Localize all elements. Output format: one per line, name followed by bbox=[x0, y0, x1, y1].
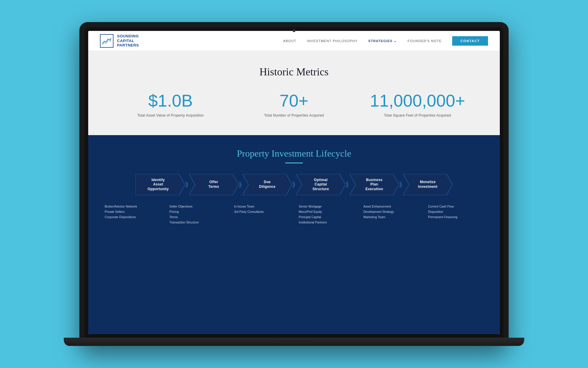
step-identify[interactable]: IdentifyAssetOpportunity bbox=[136, 174, 185, 195]
detail-item: Current Cash Flow bbox=[428, 204, 483, 209]
detail-item: Transaction Structure bbox=[169, 220, 225, 225]
contact-button[interactable]: CONTACT bbox=[452, 36, 488, 46]
step-monetize[interactable]: MonetizeInvestment bbox=[403, 174, 452, 195]
detail-item: Asset Enhancement bbox=[363, 204, 419, 209]
step-offer-terms[interactable]: OfferTerms bbox=[189, 174, 238, 195]
nav-about[interactable]: ABOUT bbox=[283, 39, 296, 43]
detail-item: Mezz/Pref Equity bbox=[299, 209, 354, 215]
detail-item: Seller Objectives bbox=[169, 204, 225, 209]
metric-properties: 70+ Total Number of Properties Acquired bbox=[235, 92, 353, 117]
nav-strategies[interactable]: STRATEGIES ⌄ bbox=[368, 39, 397, 43]
logo-icon bbox=[100, 34, 113, 48]
steps-container: IdentifyAssetOpportunity⟫OfferTerms⟫DueD… bbox=[100, 174, 488, 195]
metrics-title: Historic Metrics bbox=[112, 66, 476, 78]
details-row: Broker/Advisor NetworkPrivate SellersCor… bbox=[100, 204, 488, 225]
step-connector: ⟫ bbox=[399, 181, 402, 188]
step-connector: ⟫ bbox=[345, 181, 349, 188]
laptop-screen: SOUNDING CAPITAL PARTNERS ABOUT INVESTME… bbox=[88, 31, 500, 334]
nav-founders-note[interactable]: FOUNDER'S NOTE bbox=[407, 39, 442, 43]
metrics-section: Historic Metrics $1.0B Total Asset Value… bbox=[88, 51, 500, 135]
logo-text: SOUNDING CAPITAL PARTNERS bbox=[117, 34, 139, 48]
nav-investment-philosophy[interactable]: INVESTMENT PHILOSOPHY bbox=[307, 39, 358, 43]
detail-col-capital-structure: Senior MortgageMezz/Pref EquityPrincipal… bbox=[294, 204, 359, 225]
detail-item: Principal Capital bbox=[299, 215, 354, 220]
screen-bezel: SOUNDING CAPITAL PARTNERS ABOUT INVESTME… bbox=[85, 27, 503, 338]
detail-item: Senior Mortgage bbox=[299, 204, 354, 209]
detail-item: Permanent Financing bbox=[428, 215, 483, 220]
logo-line2: CAPITAL bbox=[117, 39, 139, 43]
detail-item: Marketing Team bbox=[363, 215, 419, 220]
laptop-base bbox=[64, 338, 524, 346]
detail-col-due-diligence: In-house Team3rd Party Consultants bbox=[229, 204, 294, 225]
logo-line1: SOUNDING bbox=[117, 34, 139, 39]
metric-sqft: 11,000,000+ Total Square Feet of Propert… bbox=[359, 92, 476, 117]
logo-line3: PARTNERS bbox=[117, 43, 139, 48]
detail-item: Corporate Dispositions bbox=[105, 215, 160, 220]
logo-area: SOUNDING CAPITAL PARTNERS bbox=[100, 34, 139, 48]
metric-value-properties: 70+ bbox=[235, 92, 353, 109]
detail-col-identify: Broker/Advisor NetworkPrivate SellersCor… bbox=[100, 204, 165, 225]
lifecycle-title: Property Investment Lifecycle bbox=[237, 148, 351, 159]
metric-label-sqft: Total Square Feet of Properties Acquired bbox=[359, 113, 476, 117]
step-business-plan[interactable]: BusinessPlanExecution bbox=[350, 174, 399, 195]
navbar: SOUNDING CAPITAL PARTNERS ABOUT INVESTME… bbox=[88, 31, 500, 51]
detail-col-offer-terms: Seller ObjectivesPricingTermsTransaction… bbox=[165, 204, 229, 225]
metrics-grid: $1.0B Total Asset Value of Property Acqu… bbox=[112, 92, 476, 117]
detail-item: 3rd Party Consultants bbox=[234, 209, 289, 215]
metric-label-properties: Total Number of Properties Acquired bbox=[235, 113, 353, 117]
metric-asset-value: $1.0B Total Asset Value of Property Acqu… bbox=[112, 92, 229, 117]
metric-label-asset: Total Asset Value of Property Acquisitio… bbox=[112, 113, 229, 117]
laptop-hinge bbox=[276, 340, 312, 343]
detail-item: Pricing bbox=[169, 209, 225, 215]
chevron-down-icon: ⌄ bbox=[394, 39, 397, 43]
detail-item: In-house Team bbox=[234, 204, 289, 209]
detail-col-business-plan: Asset EnhancementDevelopment StrategyMar… bbox=[359, 204, 423, 225]
detail-item: Development Strategy bbox=[363, 209, 419, 215]
lifecycle-section: Property Investment Lifecycle IdentifyAs… bbox=[88, 135, 500, 334]
step-capital-structure[interactable]: OptimalCapitalStructure bbox=[296, 174, 345, 195]
detail-col-monetize: Current Cash FlowDispositionPermanent Fi… bbox=[423, 204, 488, 225]
detail-item: Terms bbox=[169, 215, 225, 220]
detail-item: Broker/Advisor Network bbox=[105, 204, 160, 209]
metric-value-sqft: 11,000,000+ bbox=[359, 92, 476, 109]
detail-item: Institutional Partners bbox=[299, 220, 354, 225]
step-connector: ⟫ bbox=[292, 181, 295, 188]
step-due-diligence[interactable]: DueDiligence bbox=[243, 174, 292, 195]
step-connector: ⟫ bbox=[185, 181, 188, 188]
detail-item: Private Sellers bbox=[105, 209, 160, 215]
laptop-shell: SOUNDING CAPITAL PARTNERS ABOUT INVESTME… bbox=[79, 22, 509, 346]
step-connector: ⟫ bbox=[238, 181, 242, 188]
lifecycle-divider bbox=[285, 163, 303, 163]
metric-value-asset: $1.0B bbox=[112, 92, 229, 109]
laptop-camera bbox=[293, 29, 295, 32]
nav-links: ABOUT INVESTMENT PHILOSOPHY STRATEGIES ⌄… bbox=[283, 36, 488, 46]
detail-item: Disposition bbox=[428, 209, 483, 215]
